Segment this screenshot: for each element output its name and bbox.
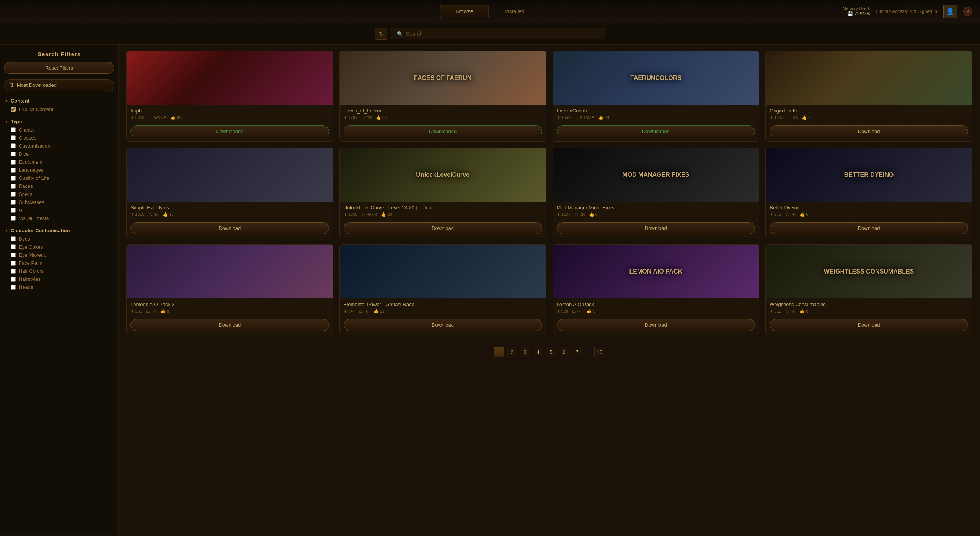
checkbox-subclasses[interactable] <box>11 200 16 205</box>
size-count: 🗂 3.76MB <box>574 116 594 120</box>
content-section-header[interactable]: ▼ Content <box>4 96 114 105</box>
filter-label: Visual Effects <box>19 215 49 221</box>
filter-item-races[interactable]: Races <box>4 182 114 190</box>
mod-card-btn-better-dye[interactable]: Download <box>770 222 968 234</box>
page-btn-2[interactable]: 2 <box>507 347 517 357</box>
filter-item-equipment[interactable]: Equipment <box>4 158 114 166</box>
filter-item-ui[interactable]: UI <box>4 206 114 214</box>
page-btn-6[interactable]: 6 <box>559 347 569 357</box>
filter-item-customisation[interactable]: Customisation <box>4 142 114 150</box>
filter-item-eye-colors[interactable]: Eye Colors <box>4 243 114 251</box>
checkbox-ui[interactable] <box>11 208 16 213</box>
tab-installed[interactable]: Installed <box>489 5 540 18</box>
mod-card-btn-impui[interactable]: Downloaded <box>130 125 329 137</box>
filter-item-hairstyles[interactable]: Hairstyles <box>4 275 114 283</box>
filter-item-dice[interactable]: Dice <box>4 150 114 158</box>
mod-card-btn-origin[interactable]: Download <box>770 125 968 137</box>
checkbox-equipment[interactable] <box>11 160 16 165</box>
filter-item-eye-makeup[interactable]: Eye Makeup <box>4 251 114 259</box>
content-area: ImpUI ⬇ 3869 🗂 987KB 👍 62 DownloadedFACE… <box>119 45 980 535</box>
main-layout: Search Filters Reset Filters ⇅ Most Down… <box>0 45 980 535</box>
checkbox-heads[interactable] <box>11 285 16 290</box>
page-btn-5[interactable]: 5 <box>546 347 556 357</box>
checkbox-races[interactable] <box>11 184 16 189</box>
mod-card-stats-weightless: ⬇ 912 🗂 0B 👍 8 <box>770 309 968 314</box>
checkbox-quality-of-life[interactable] <box>11 176 16 181</box>
char-section-header[interactable]: ▼ Character Customisation <box>4 226 114 235</box>
filter-item-explicit[interactable]: Explicit Content <box>4 105 114 113</box>
checkbox-hairstyles[interactable] <box>11 277 16 282</box>
mod-card-stats-simple-hair: ⬇ 1315 🗂 0B 👍 17 <box>130 212 329 217</box>
checkbox-languages[interactable] <box>11 168 16 173</box>
filter-sort-button[interactable]: ⇅ <box>375 28 387 40</box>
page-btn-1[interactable]: 1 <box>494 347 504 357</box>
checkbox-customisation[interactable] <box>11 143 16 148</box>
nav-right: Memory Used: 💾 729MB Limited Access: Not… <box>843 5 972 18</box>
search-input[interactable] <box>406 31 600 37</box>
filter-item-hair-colors[interactable]: Hair Colors <box>4 267 114 275</box>
filter-label: Classes <box>19 135 36 141</box>
filter-section-char: ▼ Character Customisation DyesEye Colors… <box>4 226 114 291</box>
mod-card-btn-modmgr[interactable]: Download <box>557 222 755 234</box>
filter-item-visual-effects[interactable]: Visual Effects <box>4 214 114 222</box>
page-btn-7[interactable]: 7 <box>572 347 582 357</box>
mod-card-stats-unlock: ⬇ 1205 🗂 86KB 👍 28 <box>344 212 542 217</box>
page-btn-10[interactable]: 10 <box>594 347 605 357</box>
checkbox-cheats[interactable] <box>11 127 16 132</box>
mod-card-faces: FACES OF FAERUNFaces_of_Faerun ⬇ 1787 🗂 … <box>339 51 546 142</box>
filter-item-languages[interactable]: Languages <box>4 166 114 174</box>
checkbox-eye-colors[interactable] <box>11 244 16 249</box>
filter-label: Heads <box>19 284 33 290</box>
size-count: 🗂 0B <box>574 212 585 217</box>
mod-card-better-dye: BETTER DYEINGBetter Dyeing ⬇ 972 🗂 0B 👍 … <box>765 148 972 238</box>
filter-item-subclasses[interactable]: Subclasses <box>4 198 114 206</box>
checkbox-dice[interactable] <box>11 152 16 156</box>
mod-card-title-unlock: UnlockLevelCurve - Level 13-20 | Patch <box>344 205 542 210</box>
explicit-checkbox[interactable] <box>11 107 16 112</box>
filter-item-spells[interactable]: Spells <box>4 190 114 198</box>
filter-item-heads[interactable]: Heads <box>4 283 114 291</box>
mod-card-btn-lemon-aio[interactable]: Download <box>557 319 755 331</box>
close-button[interactable]: ✕ <box>963 7 972 16</box>
checkbox-eye-makeup[interactable] <box>11 253 16 257</box>
filter-section-type: ▼ Type CheatsClassesCustomisationDiceEqu… <box>4 117 114 222</box>
mod-card-btn-faerun[interactable]: Downloaded <box>557 125 755 137</box>
checkbox-dyes[interactable] <box>11 236 16 241</box>
mod-card-btn-lemons[interactable]: Download <box>130 319 329 331</box>
filter-label: Languages <box>19 167 43 173</box>
reset-filters-button[interactable]: Reset Filters <box>4 62 114 74</box>
page-btn-3[interactable]: 3 <box>520 347 530 357</box>
checkbox-hair-colors[interactable] <box>11 269 16 274</box>
mod-card-btn-weightless[interactable]: Download <box>770 319 968 331</box>
mod-card-btn-faces[interactable]: Downloaded <box>344 125 542 137</box>
download-count: ⬇ 3869 <box>130 115 145 120</box>
type-section-header[interactable]: ▼ Type <box>4 117 114 126</box>
filter-item-classes[interactable]: Classes <box>4 134 114 142</box>
size-count: 🗂 987KB <box>148 116 166 120</box>
mod-card-body-faerun: FaerunColors ⬇ 1559 🗂 3.76MB 👍 24 <box>553 105 759 123</box>
checkbox-spells[interactable] <box>11 192 16 197</box>
page-btn-4[interactable]: 4 <box>533 347 543 357</box>
mod-card-image-faces: FACES OF FAERUN <box>340 51 546 105</box>
checkbox-classes[interactable] <box>11 135 16 140</box>
like-count: 👍 8 <box>799 309 808 314</box>
size-count: 🗂 0B <box>788 116 798 120</box>
mod-card-btn-simple-hair[interactable]: Download <box>130 222 329 234</box>
mod-card-stats-impui: ⬇ 3869 🗂 987KB 👍 62 <box>130 115 329 120</box>
tab-browse[interactable]: Browse <box>440 5 489 18</box>
mod-card-image-impui <box>127 51 333 105</box>
filter-item-cheats[interactable]: Cheats <box>4 126 114 134</box>
mod-card-btn-unlock[interactable]: Download <box>344 222 542 234</box>
content-arrow-icon: ▼ <box>5 99 8 103</box>
checkbox-visual-effects[interactable] <box>11 216 16 221</box>
avatar[interactable]: 👤 <box>943 5 957 18</box>
mod-card-btn-elemental[interactable]: Download <box>344 319 542 331</box>
sort-button[interactable]: ⇅ Most Downloaded <box>4 79 114 91</box>
filter-item-face-paint[interactable]: Face Paint <box>4 259 114 267</box>
mod-card-image-unlock: UnlockLevelCurve <box>340 148 546 202</box>
filter-item-dyes[interactable]: Dyes <box>4 235 114 243</box>
checkbox-face-paint[interactable] <box>11 261 16 266</box>
mod-card-stats-lemon-aio: ⬇ 938 🗂 0B 👍 5 <box>557 309 755 314</box>
mod-card-stats-lemons: ⬇ 955 🗂 0B 👍 8 <box>130 309 329 314</box>
filter-item-quality-of-life[interactable]: Quality of Life <box>4 174 114 182</box>
